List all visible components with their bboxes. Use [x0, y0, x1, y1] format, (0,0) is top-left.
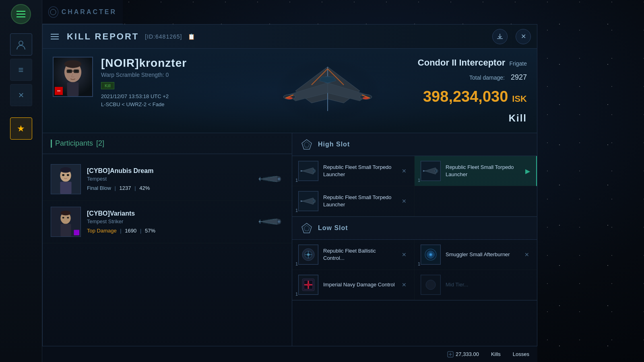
export-button[interactable] — [492, 29, 508, 44]
participant-name-1: [CYBO]Anubis Dream — [87, 167, 250, 175]
ship-image — [263, 55, 392, 127]
amount-icon — [447, 351, 454, 358]
total-damage-label: Total damage: — [469, 74, 505, 81]
copy-icon[interactable]: 📋 — [188, 33, 195, 40]
high-slot-item-1[interactable]: 1 Republic Fleet Small Torpedo Launcher — [292, 156, 415, 186]
sidebar: ≡ ✕ ★ — [0, 0, 42, 362]
participants-title: Participants — [55, 139, 93, 148]
item-name-3: Republic Fleet Small Torpedo Launcher — [323, 194, 395, 208]
low-slot-item-2[interactable]: 1 — [415, 240, 537, 270]
svg-rect-30 — [60, 224, 71, 237]
bottom-kills: Kills — [491, 351, 501, 357]
participant-weapon-1 — [256, 167, 284, 191]
item-icon-1 — [298, 161, 318, 181]
sidebar-item-menu[interactable]: ≡ — [10, 59, 32, 81]
participant-info-2: [CYBO]Variants Tempest Striker Top Damag… — [87, 210, 250, 234]
low-item-icon-3 — [298, 275, 318, 295]
low-item-qty-3: 1 — [295, 292, 298, 296]
total-damage-value: 2927 — [511, 73, 527, 82]
participant-avatar-1 — [51, 164, 81, 194]
content-section: Participants [2] — [43, 133, 537, 362]
low-item-name-1: Republic Fleet Ballistic Control... — [323, 247, 395, 262]
sidebar-item-star[interactable]: ★ — [10, 117, 32, 140]
bottom-amount-value: 27,333.00 — [456, 351, 479, 357]
high-slot-items: 1 Republic Fleet Small Torpedo Launcher — [292, 156, 537, 216]
svg-point-0 — [19, 41, 23, 45]
low-slot-section: Low Slot 1 — [292, 217, 537, 300]
participant-list: [CYBO]Anubis Dream Tempest Final Blow | … — [43, 154, 292, 362]
participant-stats-1: Final Blow | 1237 | 42% — [87, 185, 250, 191]
kills-label: Kills — [491, 351, 501, 357]
sidebar-item-close[interactable]: ✕ — [10, 84, 32, 106]
low-item-name-2: Smuggler Small Afterburner — [446, 251, 518, 258]
high-slot-item-2[interactable]: 1 Republic Fleet Small Torpedo Launcher — [415, 156, 537, 186]
svg-point-31 — [60, 211, 70, 216]
sidebar-item-character[interactable] — [10, 33, 32, 56]
character-header: CHARACTER — [42, 0, 123, 24]
item-qty-2: 1 — [418, 178, 420, 183]
svg-point-5 — [64, 60, 81, 68]
svg-rect-55 — [307, 284, 310, 286]
svg-rect-23 — [60, 182, 71, 194]
kill-location: L-SCBU < UWRZ-2 < Fade — [101, 101, 249, 107]
low-item-remove-1[interactable]: ✕ — [400, 251, 408, 259]
character-header-title: CHARACTER — [62, 8, 117, 16]
close-panel-button[interactable]: ✕ — [516, 29, 531, 44]
low-item-icon-4 — [421, 275, 441, 295]
item-icon-2 — [421, 161, 441, 181]
high-slot-title: High Slot — [318, 141, 350, 148]
sidebar-menu-button[interactable] — [11, 4, 31, 24]
low-slot-item-1[interactable]: 1 Republic Fleet Ballistic Con — [292, 240, 415, 270]
low-item-name-4: Mid Tier... — [446, 281, 531, 288]
item-qty-1: 1 — [295, 178, 298, 183]
bottom-losses: Losses — [513, 351, 529, 357]
pilot-info: [NOIR]kronzter Warp Scramble Strength: 0… — [101, 57, 249, 125]
low-item-qty-2: 1 — [418, 261, 420, 266]
participant-item-2[interactable]: [CYBO]Variants Tempest Striker Top Damag… — [43, 201, 292, 243]
participant-weapon-2 — [256, 210, 284, 234]
low-slot-item-3[interactable]: 1 Imperial Na — [292, 270, 415, 300]
kill-badge: Kill — [101, 82, 114, 89]
pilot-avatar — [53, 57, 93, 97]
low-item-icon-1 — [298, 245, 318, 265]
svg-point-50 — [429, 253, 432, 256]
low-slot-title: Low Slot — [318, 224, 348, 232]
high-slot-header: High Slot — [292, 133, 537, 156]
item-remove-1[interactable]: ✕ — [400, 167, 408, 175]
svg-point-39 — [435, 169, 438, 173]
item-remove-3[interactable]: ✕ — [400, 197, 408, 205]
high-slot-item-3[interactable]: 1 Republic Fleet Small Torpedo Launcher — [292, 186, 415, 216]
low-item-remove-3[interactable]: ✕ — [400, 281, 408, 289]
svg-rect-11 — [67, 82, 79, 96]
high-slot-item-empty[interactable] — [415, 186, 537, 216]
pilot-warp: Warp Scramble Strength: 0 — [101, 72, 249, 78]
kill-timestamp: 2021/12/07 13:53:18 UTC +2 — [101, 93, 249, 99]
svg-point-45 — [307, 253, 310, 256]
item-qty-3: 1 — [295, 208, 298, 213]
panel-menu-button[interactable] — [49, 31, 61, 43]
participant-info-1: [CYBO]Anubis Dream Tempest Final Blow | … — [87, 167, 250, 191]
losses-label: Losses — [513, 351, 529, 357]
low-item-remove-2[interactable]: ✕ — [523, 251, 531, 259]
svg-point-26 — [67, 174, 69, 176]
low-slot-item-4[interactable]: Mid Tier... — [415, 270, 537, 300]
svg-point-35 — [278, 220, 280, 223]
svg-point-1 — [50, 9, 56, 15]
pilot-rank-badge — [55, 87, 63, 95]
item-name-2: Republic Fleet Small Torpedo Launcher — [446, 164, 520, 178]
item-arrow-2: ▶ — [525, 167, 530, 175]
low-item-name-3: Imperial Navy Damage Control — [323, 281, 395, 288]
ship-type: Frigate — [509, 60, 527, 67]
loadout-panel: High Slot 1 — [292, 133, 537, 362]
svg-point-27 — [278, 178, 280, 180]
svg-point-33 — [67, 217, 69, 218]
participant-item[interactable]: [CYBO]Anubis Dream Tempest Final Blow | … — [43, 158, 292, 201]
svg-rect-9 — [74, 70, 79, 73]
panel-title: KILL REPORT — [67, 31, 139, 42]
svg-rect-8 — [67, 70, 72, 73]
item-name-1: Republic Fleet Small Torpedo Launcher — [323, 164, 395, 178]
low-slot-items: 1 Republic Fleet Ballistic Con — [292, 240, 537, 300]
panel-id: [ID:6481265] — [145, 33, 182, 40]
hero-section: [NOIR]kronzter Warp Scramble Strength: 0… — [43, 49, 537, 133]
high-slot-icon — [300, 138, 313, 151]
